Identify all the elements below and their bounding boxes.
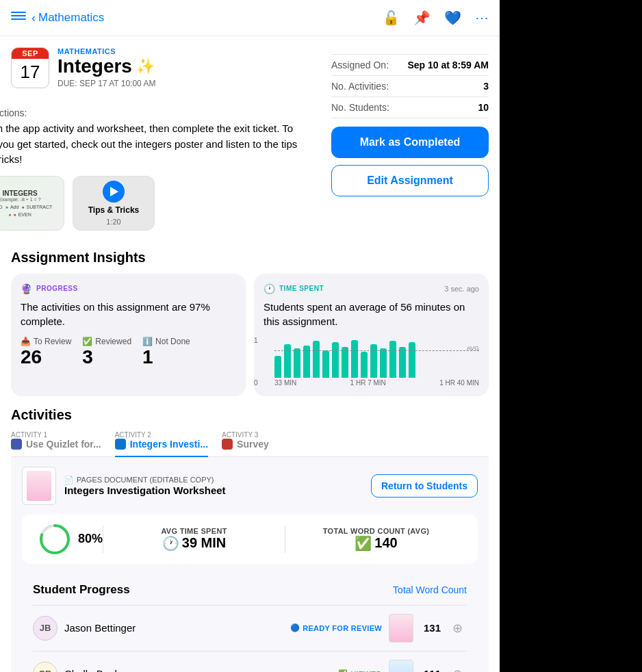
- activities-label: No. Activities:: [331, 81, 389, 92]
- student-more-2[interactable]: ⊕: [448, 664, 467, 673]
- heart-icon[interactable]: 💙: [444, 10, 461, 26]
- progress-pct: 80%: [78, 532, 103, 546]
- play-triangle: [110, 187, 118, 196]
- edit-assignment-button[interactable]: Edit Assignment: [331, 165, 489, 196]
- doc-type-label: PAGES DOCUMENT (EDITABLE COPY): [77, 476, 214, 484]
- sparkle-icon: ✨: [136, 57, 155, 75]
- activity-tab-1-name: Use Quizlet for...: [11, 439, 101, 450]
- unlock-icon[interactable]: 🔓: [383, 10, 400, 26]
- word-count-value: ✅ 140: [285, 535, 467, 552]
- poster-attachment[interactable]: INTEGERS Example: -8 + 1 = ? ● ADD ● Add…: [0, 176, 64, 231]
- avg-time-metric: AVG TIME SPENT 🕐 39 MIN: [103, 527, 285, 552]
- student-word-count-2: 111: [420, 668, 441, 672]
- doc-name: Integers Investigation Worksheet: [64, 484, 363, 496]
- activity-tab-2[interactable]: ACTIVITY 2 Integers Investi...: [115, 431, 208, 456]
- play-icon[interactable]: [103, 181, 125, 203]
- chart-bar: [370, 344, 377, 378]
- reviewed-stat: ✅ Reviewed 3: [82, 337, 131, 368]
- top-nav: ‹ Mathematics 🔓 📌 💙 ⋯: [0, 0, 500, 36]
- pin-icon[interactable]: 📌: [413, 10, 431, 26]
- activities-row: No. Activities: 3: [331, 76, 489, 97]
- pages-icon: [115, 439, 126, 450]
- progress-header: 🔮 PROGRESS: [21, 283, 236, 294]
- date-day: 17: [12, 59, 49, 84]
- insights-grid: 🔮 PROGRESS The activities on this assign…: [11, 274, 489, 396]
- status-icon-2: ✅: [338, 669, 348, 672]
- student-doc-thumb-1: [389, 614, 413, 643]
- doc-thumbnail: [22, 467, 56, 505]
- progress-circle-wrap: 80%: [33, 523, 103, 556]
- more-icon[interactable]: ⋯: [475, 10, 489, 26]
- progress-badge: PROGRESS: [36, 285, 78, 292]
- status-icon-1: 🔵: [290, 623, 300, 632]
- chart-bar: [389, 341, 396, 377]
- sp-header: Student Progress Total Word Count: [33, 583, 467, 597]
- mark-completed-button[interactable]: Mark as Completed: [331, 127, 489, 158]
- checkmark-circle-icon: ✅: [355, 535, 372, 552]
- student-avatar-2: CB: [33, 662, 57, 673]
- checkmark-icon: ✅: [82, 337, 92, 346]
- nav-icons: 🔓 📌 💙 ⋯: [383, 10, 489, 26]
- instructions-text: Finish the app activity and worksheet, t…: [0, 121, 309, 168]
- student-more-1[interactable]: ⊕: [448, 619, 467, 638]
- student-initials-1: JB: [40, 623, 51, 633]
- progress-text: The activities on this assignment are 97…: [21, 300, 236, 328]
- info-icon: ℹ️: [142, 337, 153, 346]
- avg-line: [274, 350, 479, 351]
- assignment-meta: MATHEMATICS Integers ✨ DUE: SEP 17 AT 10…: [57, 47, 320, 88]
- chart-bar: [332, 342, 339, 377]
- axis-bottom: 0: [254, 379, 258, 387]
- total-word-count-link[interactable]: Total Word Count: [393, 584, 467, 595]
- reviewed-label: Reviewed: [95, 337, 131, 346]
- date-month: SEP: [12, 48, 49, 59]
- word-count-label: TOTAL WORD COUNT (AVG): [285, 527, 467, 535]
- activity-detail: 📄 PAGES DOCUMENT (EDITABLE COPY) Integer…: [11, 457, 489, 673]
- assigned-on-label: Assigned On:: [331, 60, 389, 70]
- activity-tab-3[interactable]: ACTIVITY 3 Survey: [222, 431, 304, 456]
- poster-title: INTEGERS: [2, 190, 37, 197]
- activity-tab-2-label: ACTIVITY 2: [115, 431, 151, 439]
- subject-label: MATHEMATICS: [57, 47, 320, 55]
- pages-doc-icon: 📄: [64, 476, 74, 484]
- sidebar-toggle[interactable]: [11, 12, 26, 24]
- doc-type: 📄 PAGES DOCUMENT (EDITABLE COPY): [64, 476, 363, 484]
- avg-time-val: 39 MIN: [182, 535, 226, 551]
- not-done-icon: ℹ️ Not Done: [142, 337, 190, 346]
- activity-tab-3-name: Survey: [222, 439, 269, 450]
- student-status-1: 🔵 READY FOR REVIEW: [290, 623, 382, 632]
- axis-top: 1: [254, 337, 258, 344]
- insights-title: Assignment Insights: [11, 250, 489, 266]
- not-done-value: 1: [142, 346, 190, 368]
- stats-row: 📥 To Review 26 ✅ Reviewed 3: [21, 337, 236, 368]
- student-initials-2: CB: [39, 669, 52, 672]
- chart-bar: [409, 342, 415, 377]
- activities-value: 3: [483, 81, 489, 92]
- not-done-stat: ℹ️ Not Done 1: [142, 337, 190, 368]
- return-to-students-button[interactable]: Return to Students: [371, 474, 478, 497]
- assignment-info: SEP 17 MATHEMATICS Integers ✨ DUE: SEP 1…: [11, 47, 320, 239]
- progress-card: 🔮 PROGRESS The activities on this assign…: [11, 274, 246, 396]
- instructions-label: Instructions:: [0, 107, 309, 118]
- status-label-1: READY FOR REVIEW: [303, 624, 382, 632]
- activity-tab-3-label: ACTIVITY 3: [222, 431, 258, 439]
- header-section: SEP 17 MATHEMATICS Integers ✨ DUE: SEP 1…: [0, 36, 500, 239]
- video-attachment[interactable]: Tips & Tricks 1:20: [73, 176, 155, 231]
- activity-tab-1-label: ACTIVITY 1: [11, 431, 47, 439]
- back-button[interactable]: ‹ Mathematics: [31, 11, 104, 25]
- student-name-1: Jason Bettinger: [64, 622, 283, 634]
- activity-tab-1[interactable]: ACTIVITY 1 Use Quizlet for...: [11, 431, 101, 456]
- chart-bar: [322, 350, 329, 378]
- word-count-metric: TOTAL WORD COUNT (AVG) ✅ 140: [285, 527, 467, 552]
- student-status-2: ✅ VIEWED: [338, 669, 382, 672]
- student-avatar-1: JB: [33, 616, 57, 641]
- chart-bar: [361, 352, 368, 377]
- time-spent-badge: TIME SPENT: [279, 285, 324, 292]
- student-name-2: Chella Boehm: [64, 668, 331, 672]
- assignment-sidebar: Assigned On: Sep 10 at 8:59 AM No. Activ…: [331, 47, 489, 239]
- time-spent-card: 🕐 TIME SPENT 3 sec. ago Students spent a…: [254, 274, 489, 396]
- activities-title: Activities: [11, 407, 489, 423]
- instructions-section: Instructions: Finish the app activity an…: [0, 99, 320, 168]
- survey-icon: [222, 439, 233, 450]
- chart-bar: [313, 341, 320, 377]
- student-doc-thumb-2: [389, 660, 413, 673]
